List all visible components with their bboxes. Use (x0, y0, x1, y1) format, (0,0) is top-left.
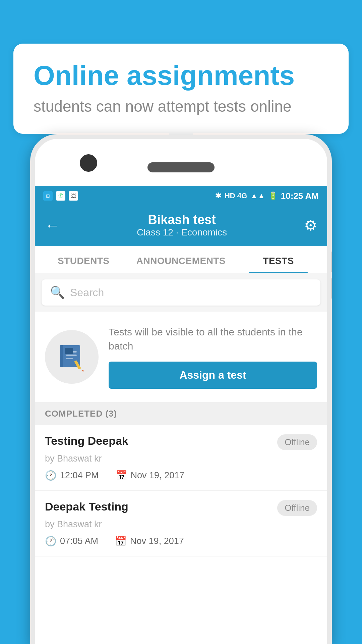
tab-announcements[interactable]: ANNOUNCEMENTS (132, 246, 230, 273)
settings-icon[interactable]: ⚙ (304, 217, 317, 234)
tab-tests[interactable]: TESTS (230, 246, 327, 273)
test-date-1: 📅 Nov 19, 2017 (116, 470, 185, 481)
test-author-1: by Bhaswat kr (45, 453, 317, 464)
signal-icon: ▲▲ (250, 192, 265, 200)
test-time-1: 🕐 12:04 PM (45, 470, 99, 481)
phone-earpiece (147, 162, 215, 172)
svg-rect-1 (60, 345, 63, 367)
svg-marker-7 (81, 369, 84, 372)
side-buttons (331, 252, 332, 305)
status-left: ⊞ ✆ 🖼 (43, 191, 78, 201)
test-time-label-1: 12:04 PM (60, 470, 99, 481)
search-icon: 🔍 (50, 285, 65, 300)
tab-students[interactable]: STUDENTS (35, 246, 132, 273)
offline-badge-2: Offline (277, 500, 317, 516)
calendar-icon-2: 📅 (115, 536, 127, 547)
assign-test-button[interactable]: Assign a test (109, 362, 317, 389)
notebook-svg (57, 342, 87, 372)
test-name-2: Deepak Testing (45, 500, 128, 513)
app-header: ← Bikash test Class 12 · Economics ⚙ (35, 206, 327, 246)
svg-rect-4 (66, 358, 73, 359)
assign-section: Tests will be visible to all the student… (35, 312, 327, 402)
tabs-container: STUDENTS ANNOUNCEMENTS TESTS (35, 246, 327, 273)
app-icon-2: ✆ (56, 191, 65, 201)
bubble-title: Online assignments (34, 60, 328, 91)
header-center: Bikash test Class 12 · Economics (137, 213, 227, 238)
offline-badge-1: Offline (277, 434, 317, 450)
phone-inner: ⊞ ✆ 🖼 ✱ HD 4G ▲▲ 🔋 10:25 AM ← Bikash tes… (35, 139, 327, 644)
test-date-2: 📅 Nov 19, 2017 (115, 536, 184, 547)
test-date-label-1: Nov 19, 2017 (131, 470, 185, 481)
header-subtitle: Class 12 · Economics (137, 227, 227, 238)
search-placeholder: Search (70, 286, 104, 299)
test-item-2: Deepak Testing Offline by Bhaswat kr 🕐 0… (35, 491, 327, 556)
app-icon-3: 🖼 (69, 191, 78, 201)
test-item-header-1: Testing Deepak Offline (45, 434, 317, 450)
test-item-header-2: Deepak Testing Offline (45, 500, 317, 516)
test-meta-1: 🕐 12:04 PM 📅 Nov 19, 2017 (45, 470, 317, 481)
svg-rect-3 (66, 355, 77, 356)
header-title: Bikash test (137, 213, 227, 227)
notebook-icon (45, 330, 99, 384)
phone-camera (80, 154, 97, 172)
test-time-label-2: 07:05 AM (60, 536, 98, 546)
assign-right: Tests will be visible to all the student… (109, 325, 317, 389)
search-container: 🔍 Search (35, 273, 327, 312)
test-meta-2: 🕐 07:05 AM 📅 Nov 19, 2017 (45, 536, 317, 547)
clock-icon-2: 🕐 (45, 536, 57, 547)
time-label: 10:25 AM (281, 191, 319, 201)
test-time-2: 🕐 07:05 AM (45, 536, 98, 547)
clock-icon-1: 🕐 (45, 470, 57, 481)
test-item: Testing Deepak Offline by Bhaswat kr 🕐 1… (35, 425, 327, 491)
assign-description: Tests will be visible to all the student… (109, 325, 317, 353)
battery-icon: 🔋 (268, 192, 278, 200)
bluetooth-icon: ✱ (215, 192, 221, 200)
completed-header: COMPLETED (3) (35, 402, 327, 425)
phone-frame: ⊞ ✆ 🖼 ✱ HD 4G ▲▲ 🔋 10:25 AM ← Bikash tes… (30, 134, 332, 644)
status-right: ✱ HD 4G ▲▲ 🔋 10:25 AM (215, 191, 319, 201)
status-bar: ⊞ ✆ 🖼 ✱ HD 4G ▲▲ 🔋 10:25 AM (35, 186, 327, 206)
search-box[interactable]: 🔍 Search (42, 279, 320, 306)
network-label: HD 4G (225, 192, 247, 200)
test-name-1: Testing Deepak (45, 434, 128, 447)
bubble-subtitle: students can now attempt tests online (34, 97, 328, 115)
app-icon-1: ⊞ (43, 191, 53, 201)
test-date-label-2: Nov 19, 2017 (130, 536, 184, 546)
calendar-icon-1: 📅 (116, 470, 127, 481)
svg-rect-5 (65, 348, 73, 354)
back-button[interactable]: ← (45, 217, 60, 234)
test-author-2: by Bhaswat kr (45, 519, 317, 530)
speech-bubble: Online assignments students can now atte… (13, 44, 349, 134)
